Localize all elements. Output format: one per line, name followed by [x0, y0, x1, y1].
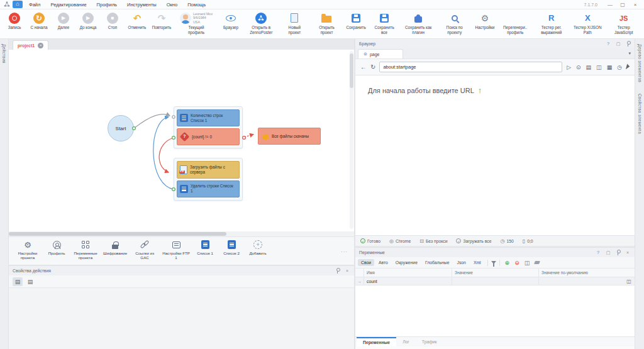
xjson-path-tester-button[interactable]: X Тестер X/JSON Path — [570, 11, 606, 35]
pin-icon[interactable] — [625, 41, 631, 47]
tab-traffic[interactable]: Трафик — [416, 337, 443, 346]
save-as-plugin-button[interactable]: Сохранить как плагин — [401, 11, 436, 35]
run-from-start-button[interactable]: ↻ С начала — [27, 11, 51, 30]
doc-add-icon[interactable]: ▤ — [13, 277, 23, 286]
eraser-icon[interactable] — [534, 261, 540, 264]
browser-toggle-button[interactable]: Браузер — [219, 11, 243, 30]
tab-environment[interactable]: Окружение — [392, 259, 421, 266]
project-search-button[interactable]: Поиск по проекту — [436, 11, 472, 35]
regex-tester-button[interactable]: R Тестер рег. выражений — [533, 11, 569, 35]
column-default[interactable]: Значение по-умолчанию — [539, 269, 623, 277]
flow-canvas[interactable]: Start Количество строк Список 1 ? {count… — [9, 50, 354, 231]
minimize-button[interactable]: — — [605, 2, 615, 8]
gac-references-button[interactable]: Ссылки из GAC — [130, 239, 160, 260]
tab-xml[interactable]: Xml — [470, 259, 484, 266]
close-icon[interactable]: × — [344, 269, 350, 273]
menu-window[interactable]: Окно — [163, 2, 181, 8]
tab-log[interactable]: Лог — [396, 337, 416, 346]
menu-profile[interactable]: Профиль — [93, 2, 121, 8]
table-icon[interactable]: ▦ — [606, 64, 613, 70]
record-target-icon[interactable]: ⊙ — [575, 64, 582, 70]
node-all-downloaded[interactable]: Все файлы скачаны — [258, 128, 321, 145]
pin-icon[interactable] — [615, 250, 621, 255]
pages-icon[interactable]: ◫ — [596, 64, 602, 70]
regenerate-profile-button[interactable]: Перегенери.. профиль — [497, 11, 533, 35]
column-value[interactable]: Значение — [452, 269, 539, 277]
project-settings-button[interactable]: ⚙ Настройки проекта — [13, 239, 43, 260]
go-icon[interactable]: ▷ — [566, 64, 572, 70]
node-download-files[interactable]: FTP Загрузить файлы с сервера — [177, 161, 240, 179]
back-icon[interactable]: ← — [360, 64, 367, 70]
table-row[interactable]: → count ◫ — [355, 277, 635, 285]
tab-auto[interactable]: Авто — [375, 259, 391, 266]
project-variables-button[interactable]: Переменные проекта — [70, 239, 101, 260]
project-tab[interactable]: project1 × — [13, 40, 48, 50]
tab-list-caret-icon[interactable]: ▾ — [628, 51, 631, 56]
tab-global[interactable]: Глобальные — [422, 259, 453, 266]
status-engine[interactable]: ◎Chrome — [389, 238, 411, 244]
project-tab-close-icon[interactable]: × — [38, 43, 43, 48]
record-button[interactable]: Запись — [3, 11, 26, 30]
javascript-tester-button[interactable]: JS Тестер JavaScript — [606, 11, 641, 35]
filter-icon[interactable] — [491, 261, 496, 264]
undo-button[interactable]: ↶ Отменить — [125, 11, 149, 30]
scrollbar-thumb[interactable] — [350, 53, 353, 88]
menu-help[interactable]: Помощь — [184, 2, 209, 8]
settings-button[interactable]: ⚙ Настройки — [473, 11, 497, 30]
encryption-button[interactable]: Шифрование — [102, 239, 128, 255]
project-profile-button[interactable]: Профиль — [44, 239, 69, 255]
ftp-settings-button[interactable]: Настройки FTP 1 — [161, 239, 191, 260]
page-source-icon[interactable]: ▤ — [586, 64, 592, 70]
wait-icon[interactable]: ◷ — [616, 64, 623, 70]
flow-group-download-delete[interactable]: FTP Загрузить файлы с сервера Удалить ст… — [174, 158, 243, 201]
help-icon[interactable]: ? — [605, 42, 611, 46]
reload-icon[interactable]: ↻ — [370, 64, 375, 70]
home-button[interactable]: ⌂ — [13, 1, 23, 8]
flow-start-node[interactable]: Start — [108, 115, 134, 141]
variable-default[interactable] — [539, 277, 623, 285]
open-in-zennoposter-button[interactable]: Открыть в ZennoPoster — [243, 11, 279, 35]
tab-own[interactable]: Свои — [358, 259, 374, 266]
copy-icon[interactable]: ◫ — [523, 260, 532, 266]
status-proxy[interactable]: ⊡Без прокси — [419, 238, 447, 244]
doc-edit-icon[interactable]: ▤ — [25, 277, 35, 286]
current-profile-button[interactable]: Leonard Mco 9/6/1984 USA Текущий профиль — [174, 11, 218, 35]
toolbar-overflow-button[interactable]: ··· — [341, 249, 350, 255]
list2-button[interactable]: Список 2 — [219, 239, 244, 255]
menu-tools[interactable]: Инструменты — [123, 2, 160, 8]
variable-name[interactable]: count — [364, 277, 452, 285]
node-delete-rows[interactable]: Удалить строки Список 1 — [177, 180, 240, 198]
save-button[interactable]: Сохранить — [344, 11, 368, 30]
node-condition[interactable]: ? {count} != 0 — [177, 128, 240, 145]
help-icon[interactable]: ? — [595, 250, 601, 255]
column-name[interactable]: Имя — [364, 269, 452, 277]
browser-content[interactable]: Для начала работы введите URL ↑ — [355, 75, 635, 235]
close-icon[interactable]: × — [625, 250, 631, 255]
variable-value[interactable] — [452, 277, 539, 285]
tab-json[interactable]: Json — [454, 259, 469, 266]
status-load-mode[interactable]: ✓Загружать все — [456, 238, 491, 243]
address-input[interactable] — [379, 62, 562, 72]
element-properties-tab[interactable]: Свойства элемента — [638, 94, 642, 134]
canvas-vertical-scrollbar[interactable] — [350, 51, 353, 229]
element-tree-tab[interactable]: Дерево элементов — [638, 44, 642, 82]
remove-variable-icon[interactable]: ⊖ — [513, 260, 521, 266]
flow-group-count-check[interactable]: Количество строк Список 1 ? {count} != 0 — [174, 106, 243, 148]
node-count-rows[interactable]: Количество строк Список 1 — [177, 109, 240, 126]
copy-icon[interactable]: ◫ — [623, 277, 635, 285]
stop-button[interactable]: ■ Стоп — [101, 11, 125, 30]
list1-button[interactable]: Список 1 — [192, 239, 218, 255]
maximize-button[interactable]: ▢ — [618, 2, 628, 8]
canvas-horizontal-scrollbar[interactable] — [9, 231, 354, 236]
pin-icon[interactable] — [335, 268, 340, 274]
step-next-button[interactable]: ▶ Далее — [52, 11, 75, 30]
actions-panel-tab[interactable]: Действия — [2, 44, 6, 64]
tab-variables[interactable]: Переменные — [357, 337, 396, 346]
add-variable-icon[interactable]: ⊕ — [503, 260, 512, 266]
browser-tab-page[interactable]: ⊚ page — [358, 49, 403, 58]
status-timeout[interactable]: ◷150 — [500, 238, 513, 244]
run-to-end-button[interactable]: ▶ До конца — [76, 11, 100, 30]
new-project-button[interactable]: Новый проект — [280, 11, 310, 35]
close-button[interactable]: × — [630, 2, 640, 8]
scrollbar-thumb[interactable] — [9, 232, 226, 236]
